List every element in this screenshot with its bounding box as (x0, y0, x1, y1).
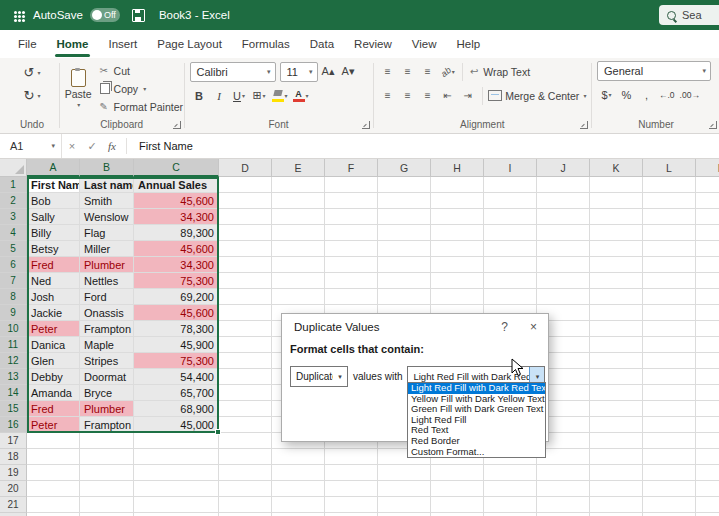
cell-H4[interactable] (431, 225, 484, 241)
cell-D16[interactable] (219, 417, 272, 433)
cell-G8[interactable] (378, 289, 431, 305)
column-header-G[interactable]: G (378, 159, 431, 177)
column-header-I[interactable]: I (484, 159, 537, 177)
cell-B13[interactable]: Doormat (80, 369, 134, 385)
cell-M18[interactable] (696, 449, 719, 465)
orientation-button[interactable]: ab ▾ (438, 61, 457, 82)
cell-L12[interactable] (643, 353, 696, 369)
cell-D6[interactable] (219, 257, 272, 273)
cancel-entry-button[interactable]: × (62, 140, 82, 152)
cell-J2[interactable] (537, 193, 590, 209)
cell-E7[interactable] (272, 273, 325, 289)
cell-B12[interactable]: Stripes (80, 353, 134, 369)
cell-C3[interactable]: 34,300 (134, 209, 219, 225)
increase-decimal-button[interactable]: ←.0 (657, 84, 677, 105)
cell-B7[interactable]: Nettles (80, 273, 134, 289)
cell-B11[interactable]: Maple (80, 337, 134, 353)
row-header-17[interactable]: 17 (0, 433, 27, 449)
cell-E8[interactable] (272, 289, 325, 305)
cell-K18[interactable] (590, 449, 643, 465)
column-header-F[interactable]: F (325, 159, 378, 177)
cell-B8[interactable]: Ford (80, 289, 134, 305)
align-right-button[interactable]: ≡ (418, 85, 437, 106)
cell-A17[interactable] (27, 433, 80, 449)
decrease-decimal-button[interactable]: .00→ (678, 84, 702, 105)
fill-handle[interactable] (215, 429, 221, 435)
cell-C20[interactable] (134, 481, 219, 497)
menu-tab-view[interactable]: View (402, 30, 447, 58)
middle-align-button[interactable]: ≡ (398, 61, 417, 82)
cell-D13[interactable] (219, 369, 272, 385)
rule-type-combo[interactable]: Duplicate ▾ (290, 366, 348, 387)
cell-M20[interactable] (696, 481, 719, 497)
menu-tab-home[interactable]: Home (47, 30, 99, 58)
cell-G5[interactable] (378, 241, 431, 257)
cell-M3[interactable] (696, 209, 719, 225)
format-option[interactable]: Red Border (408, 436, 545, 447)
menu-tab-file[interactable]: File (8, 30, 47, 58)
cell-J21[interactable] (537, 497, 590, 513)
cell-D3[interactable] (219, 209, 272, 225)
insert-function-button[interactable]: fx (102, 140, 122, 152)
column-header-C[interactable]: C (134, 159, 219, 177)
cell-E4[interactable] (272, 225, 325, 241)
redo-button[interactable]: ↻ ▾ (17, 84, 47, 106)
increase-font-button[interactable]: A▴ (319, 61, 338, 82)
autosave-toggle[interactable]: Off (90, 8, 120, 22)
row-header-14[interactable]: 14 (0, 385, 27, 401)
cell-C21[interactable] (134, 497, 219, 513)
cell-M5[interactable] (696, 241, 719, 257)
top-align-button[interactable]: ≡ (378, 61, 397, 82)
cell-A8[interactable]: Josh (27, 289, 80, 305)
cell-A16[interactable]: Peter (27, 417, 80, 433)
column-header-B[interactable]: B (80, 159, 134, 177)
row-header-13[interactable]: 13 (0, 369, 27, 385)
cell-A9[interactable]: Jackie (27, 305, 80, 321)
cell-H2[interactable] (431, 193, 484, 209)
column-header-K[interactable]: K (590, 159, 643, 177)
cell-D17[interactable] (219, 433, 272, 449)
clipboard-dialog-launcher[interactable] (173, 121, 181, 129)
cell-I1[interactable] (484, 177, 537, 193)
italic-button[interactable]: I (210, 85, 229, 106)
cell-K17[interactable] (590, 433, 643, 449)
row-header-6[interactable]: 6 (0, 257, 27, 273)
cell-A18[interactable] (27, 449, 80, 465)
cell-D12[interactable] (219, 353, 272, 369)
row-header-9[interactable]: 9 (0, 305, 27, 321)
row-header-11[interactable]: 11 (0, 337, 27, 353)
alignment-dialog-launcher[interactable] (580, 121, 588, 129)
cell-J3[interactable] (537, 209, 590, 225)
cell-K12[interactable] (590, 353, 643, 369)
cell-I21[interactable] (484, 497, 537, 513)
cell-E5[interactable] (272, 241, 325, 257)
cell-L19[interactable] (643, 465, 696, 481)
cell-F7[interactable] (325, 273, 378, 289)
cell-F18[interactable] (325, 449, 378, 465)
format-option[interactable]: Green Fill with Dark Green Text (408, 404, 545, 415)
cell-H1[interactable] (431, 177, 484, 193)
cell-J19[interactable] (537, 465, 590, 481)
cell-A10[interactable]: Peter (27, 321, 80, 337)
cell-L9[interactable] (643, 305, 696, 321)
cell-M1[interactable] (696, 177, 719, 193)
decrease-font-button[interactable]: A▾ (339, 61, 358, 82)
cell-G6[interactable] (378, 257, 431, 273)
cell-A20[interactable] (27, 481, 80, 497)
align-center-button[interactable]: ≡ (398, 85, 417, 106)
cell-H19[interactable] (431, 465, 484, 481)
cell-A12[interactable]: Glen (27, 353, 80, 369)
cell-I2[interactable] (484, 193, 537, 209)
cell-M16[interactable] (696, 417, 719, 433)
cell-B18[interactable] (80, 449, 134, 465)
cell-C13[interactable]: 54,400 (134, 369, 219, 385)
cell-B19[interactable] (80, 465, 134, 481)
cell-A6[interactable]: Fred (27, 257, 80, 273)
cell-L2[interactable] (643, 193, 696, 209)
cell-D4[interactable] (219, 225, 272, 241)
cell-F4[interactable] (325, 225, 378, 241)
format-option[interactable]: Custom Format... (408, 447, 545, 458)
cell-K15[interactable] (590, 401, 643, 417)
cell-B15[interactable]: Plumber (80, 401, 134, 417)
cell-B6[interactable]: Plumber (80, 257, 134, 273)
